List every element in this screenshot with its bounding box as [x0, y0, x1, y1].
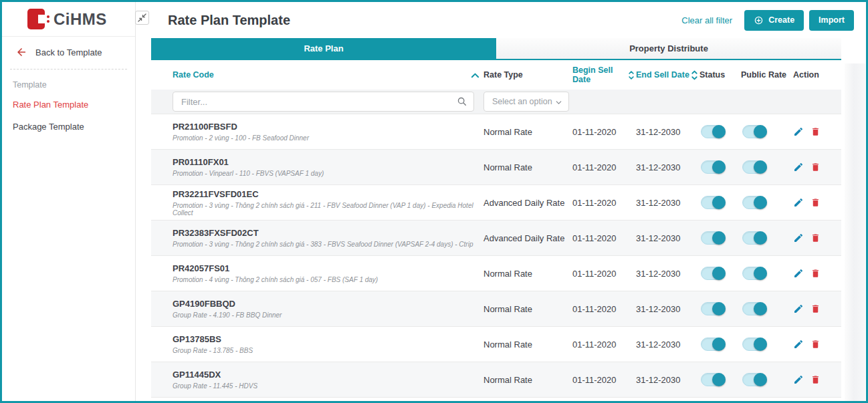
rate-code-filter [173, 92, 474, 112]
column-header-begin-sell-date[interactable]: Begin Sell Date [572, 65, 636, 84]
back-to-template-link[interactable]: Back to Template [2, 37, 135, 66]
rate-code-cell: PR32211FVSFD01EC Promotion - 3 vùng - Th… [173, 189, 483, 217]
toggle-knob [712, 267, 726, 280]
status-toggle[interactable] [701, 160, 726, 174]
status-toggle[interactable] [701, 196, 726, 209]
create-button-label: Create [768, 15, 794, 25]
column-header-rate-type: Rate Type [483, 70, 572, 80]
sidebar-item-rate-plan-template[interactable]: Rate Plan Template [2, 94, 135, 116]
sort-up-down-icon [691, 70, 698, 81]
column-header-rate-code[interactable]: Rate Code [173, 70, 483, 80]
action-cell [793, 126, 820, 137]
edit-icon[interactable] [793, 339, 804, 350]
rate-description: Group Rate - 4.190 - FB BBQ Dinner [173, 311, 483, 319]
delete-icon[interactable] [810, 303, 821, 314]
column-label: Begin Sell Date [572, 65, 628, 84]
column-header-end-sell-date[interactable]: End Sell Date [636, 70, 699, 81]
rate-type-cell: Normal Rate [483, 127, 572, 137]
toggle-knob [754, 338, 767, 351]
edit-icon[interactable] [793, 233, 804, 243]
public-rate-toggle[interactable] [742, 373, 767, 386]
end-sell-date-cell: 31-12-2030 [636, 198, 699, 208]
status-toggle[interactable] [701, 302, 726, 315]
edit-icon[interactable] [793, 303, 804, 314]
sidebar-divider [10, 69, 127, 70]
rate-type-select[interactable]: Select an option [483, 92, 569, 112]
public-rate-toggle[interactable] [742, 196, 767, 209]
rate-code: PR32383FXSFD02CT [173, 228, 483, 238]
table-row: PR01110FX01 Promotion - Vinpearl - 110 -… [151, 149, 841, 184]
table-row: GP11445DX Group Rate - 11.445 - HDVS Nor… [151, 362, 841, 397]
end-sell-date-cell: 31-12-2030 [636, 269, 699, 279]
toggle-knob [712, 125, 726, 138]
rate-code: GP13785BS [173, 334, 483, 344]
public-rate-toggle[interactable] [742, 267, 767, 280]
begin-sell-date-cell: 01-11-2020 [572, 340, 636, 350]
status-toggle[interactable] [701, 267, 726, 280]
rate-description: Group Rate - 13.785 - BBS [173, 347, 483, 354]
search-icon [457, 96, 467, 107]
action-cell [793, 303, 820, 314]
delete-icon[interactable] [810, 268, 821, 279]
edit-icon[interactable] [793, 374, 804, 385]
tab-rate-plan[interactable]: Rate Plan [151, 38, 496, 59]
column-label: Status [699, 70, 725, 80]
sidebar-collapse-button[interactable] [135, 11, 149, 25]
status-toggle[interactable] [701, 125, 726, 138]
sort-asc-icon [471, 72, 479, 78]
public-rate-toggle[interactable] [742, 125, 767, 138]
delete-icon[interactable] [810, 162, 821, 172]
rate-type-cell: Advanced Daily Rate [483, 198, 572, 208]
begin-sell-date-cell: 01-11-2020 [572, 304, 636, 314]
delete-icon[interactable] [810, 126, 821, 137]
rate-code: PR32211FVSFD01EC [173, 189, 483, 199]
clear-all-filter-link[interactable]: Clear all filter [681, 15, 732, 25]
column-label: End Sell Date [636, 70, 689, 80]
delete-icon[interactable] [810, 197, 821, 208]
chevron-down-icon [554, 98, 563, 107]
table-row: PR42057FS01 Promotion - 4 vùng - Thông 2… [151, 255, 841, 291]
public-rate-toggle[interactable] [742, 160, 767, 174]
vertical-scrollbar[interactable] [845, 63, 865, 401]
table-body: PR21100FBSFD Promotion - 2 vùng - 100 - … [151, 114, 841, 397]
sidebar-item-package-template[interactable]: Package Template [2, 116, 135, 138]
rate-code: GP4190FBBQD [173, 299, 483, 309]
rate-code-cell: PR01110FX01 Promotion - Vinpearl - 110 -… [173, 157, 483, 177]
action-cell [793, 374, 820, 385]
end-sell-date-cell: 31-12-2030 [636, 162, 699, 172]
column-header-status: Status [699, 70, 741, 80]
table-bottom-divider [151, 397, 841, 402]
rate-type-cell: Normal Rate [483, 304, 572, 314]
public-rate-toggle[interactable] [742, 231, 767, 245]
edit-icon[interactable] [793, 126, 804, 137]
public-rate-toggle[interactable] [742, 338, 767, 351]
delete-icon[interactable] [810, 339, 821, 350]
rate-code-filter-input[interactable] [173, 92, 474, 112]
action-cell [793, 197, 820, 208]
end-sell-date-cell: 31-12-2030 [636, 340, 699, 350]
public-rate-cell [741, 373, 793, 386]
toggle-knob [712, 160, 726, 174]
rate-code: PR21100FBSFD [173, 122, 483, 132]
rate-description: Promotion - Vinpearl - 110 - FBVS (VAPSA… [173, 170, 483, 177]
delete-icon[interactable] [810, 374, 821, 385]
rate-code-cell: PR21100FBSFD Promotion - 2 vùng - 100 - … [173, 122, 483, 142]
action-cell [793, 339, 820, 350]
status-cell [699, 267, 741, 280]
delete-icon[interactable] [810, 233, 821, 243]
table-row: PR21100FBSFD Promotion - 2 vùng - 100 - … [151, 114, 841, 149]
rate-description: Group Rate - 11.445 - HDVS [173, 382, 483, 390]
toggle-knob [754, 231, 767, 245]
import-button[interactable]: Import [809, 10, 854, 31]
edit-icon[interactable] [793, 268, 804, 279]
status-toggle[interactable] [701, 338, 726, 351]
create-button[interactable]: Create [744, 10, 804, 31]
public-rate-toggle[interactable] [742, 302, 767, 315]
edit-icon[interactable] [793, 162, 804, 172]
status-cell [699, 338, 741, 351]
status-toggle[interactable] [701, 231, 726, 245]
table-row: PR32211FVSFD01EC Promotion - 3 vùng - Th… [151, 184, 841, 220]
tab-property-distribute[interactable]: Property Distribute [496, 38, 841, 59]
edit-icon[interactable] [793, 197, 804, 208]
status-toggle[interactable] [701, 373, 726, 386]
